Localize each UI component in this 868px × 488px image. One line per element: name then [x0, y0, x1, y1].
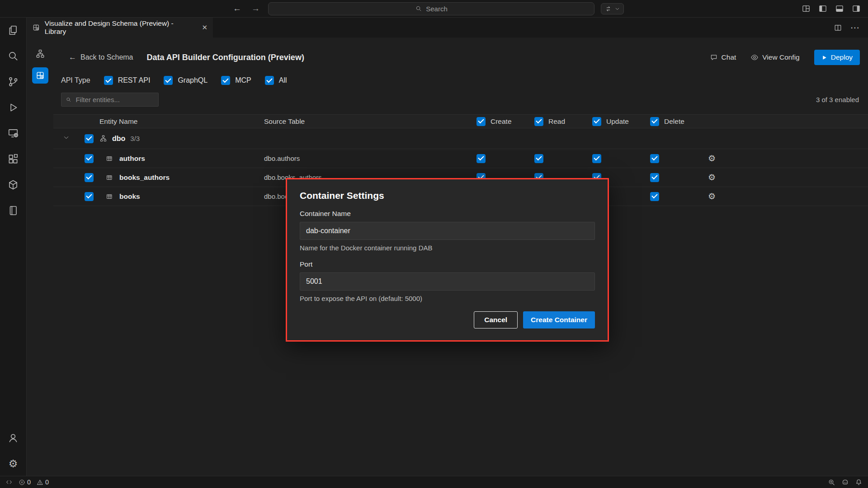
play-icon [821, 55, 827, 61]
page-header: ← Back to Schema Data API Builder Config… [69, 50, 860, 65]
create-header: Create [476, 117, 534, 126]
update-checkbox[interactable] [592, 154, 601, 163]
search-sidebar-icon[interactable] [7, 50, 19, 62]
delete-checkbox[interactable] [650, 173, 659, 182]
create-container-button[interactable]: Create Container [523, 311, 595, 328]
cancel-button[interactable]: Cancel [474, 311, 518, 328]
port-input[interactable] [300, 272, 595, 291]
deploy-button[interactable]: Deploy [814, 50, 860, 65]
api-type-row: API Type REST API GraphQL MCP [61, 76, 868, 85]
errors-status[interactable]: 0 [19, 479, 31, 486]
search-icon [415, 5, 422, 12]
back-arrow-icon: ← [69, 53, 76, 62]
notifications-bell-icon[interactable] [855, 479, 863, 486]
chevron-down-icon[interactable] [63, 134, 70, 143]
row-checkbox[interactable] [85, 173, 94, 182]
forward-arrow-icon[interactable]: → [251, 4, 260, 14]
page-title: Data API Builder Configuration (Preview) [147, 53, 710, 62]
notebook-icon[interactable] [7, 205, 19, 216]
create-all-checkbox[interactable] [476, 117, 486, 126]
filter-entities-input[interactable] [75, 95, 154, 104]
delete-checkbox[interactable] [650, 192, 659, 201]
row-checkbox[interactable] [85, 192, 94, 201]
toggle-panel-bottom-icon[interactable] [835, 4, 844, 13]
customize-layout-icon[interactable] [802, 4, 811, 13]
chat-button[interactable]: Chat [710, 53, 736, 61]
entity-name: authors [119, 155, 264, 163]
entity-name: books [119, 192, 264, 201]
toggle-sidebar-right-icon[interactable] [852, 4, 861, 13]
row-settings-gear-icon[interactable]: ⚙ [708, 154, 868, 163]
mcp-checkbox[interactable] [221, 76, 230, 85]
chevron-down-icon [614, 6, 620, 12]
group-checkbox[interactable] [85, 134, 94, 143]
graphql-checkbox[interactable] [164, 76, 173, 85]
designer-rail [27, 38, 53, 476]
vscode-window: ← → Search [0, 0, 868, 488]
editor-tab-schema-designer[interactable]: Visualize and Design Schema (Preview) - … [27, 18, 213, 38]
row-settings-gear-icon[interactable]: ⚙ [708, 173, 868, 182]
toggle-sidebar-left-icon[interactable] [818, 4, 827, 13]
container-name-label: Container Name [300, 210, 595, 218]
api-type-label: API Type [61, 76, 90, 84]
view-config-button[interactable]: View Config [750, 53, 799, 61]
schema-diagram-view-icon[interactable] [32, 46, 48, 62]
tab-title: Visualize and Design Schema (Preview) - … [45, 19, 196, 36]
settings-gear-icon[interactable]: ⚙ [7, 458, 19, 469]
schema-group-row: dbo 3/3 [53, 128, 868, 149]
dialog-title: Container Settings [300, 190, 595, 201]
run-debug-icon[interactable] [7, 102, 19, 113]
port-label: Port [300, 260, 595, 268]
source-control-icon[interactable] [7, 76, 19, 88]
copilot-status-icon[interactable] [841, 479, 849, 486]
dab-config-view-icon[interactable] [32, 67, 48, 84]
all-option: All [265, 76, 287, 85]
source-table-header: Source Table [264, 117, 476, 126]
explorer-icon[interactable] [7, 24, 19, 36]
activity-bar: ⚙ [0, 18, 27, 476]
warnings-status[interactable]: 0 [37, 479, 49, 486]
editor-actions-more-icon[interactable]: ⋯ [850, 22, 860, 33]
container-name-input[interactable] [300, 222, 595, 240]
read-all-checkbox[interactable] [534, 117, 543, 126]
entity-name: books_authors [119, 174, 264, 182]
read-header: Read [534, 117, 592, 126]
table-icon [106, 193, 113, 200]
extensions-icon[interactable] [7, 153, 19, 165]
database-icon[interactable] [7, 179, 19, 191]
group-count: 3/3 [130, 135, 140, 142]
row-settings-gear-icon[interactable]: ⚙ [708, 192, 868, 201]
table-icon [106, 174, 113, 181]
source-table: dbo.authors [264, 155, 476, 162]
back-arrow-icon[interactable]: ← [233, 4, 241, 14]
entity-name-header: Entity Name [79, 117, 264, 126]
back-to-schema-link[interactable]: ← Back to Schema [69, 53, 133, 62]
zoom-status-icon[interactable] [828, 479, 835, 486]
tab-close-icon[interactable]: ✕ [202, 23, 208, 32]
delete-all-checkbox[interactable] [650, 117, 659, 126]
dab-config-page: ← Back to Schema Data API Builder Config… [53, 38, 868, 476]
remote-indicator-icon[interactable] [5, 479, 13, 486]
group-name: dbo [112, 135, 125, 143]
read-checkbox[interactable] [534, 154, 543, 163]
filter-row: 3 of 3 enabled [61, 93, 859, 107]
search-icon [66, 96, 71, 103]
row-checkbox[interactable] [85, 154, 94, 163]
rest-api-checkbox[interactable] [104, 76, 113, 85]
all-checkbox[interactable] [265, 76, 274, 85]
titlebar: ← → Search [0, 0, 868, 18]
update-all-checkbox[interactable] [592, 117, 601, 126]
remote-explorer-icon[interactable] [7, 127, 19, 139]
update-header: Update [592, 117, 650, 126]
port-help: Port to expose the API on (default: 5000… [300, 295, 595, 302]
session-toggle-button[interactable] [601, 3, 624, 14]
schema-icon [99, 135, 107, 142]
create-checkbox[interactable] [476, 154, 486, 163]
mcp-option: MCP [221, 76, 251, 85]
account-icon[interactable] [7, 432, 19, 444]
table-icon [106, 155, 113, 162]
split-editor-icon[interactable] [834, 23, 842, 32]
command-center-search[interactable]: Search [268, 2, 594, 15]
delete-checkbox[interactable] [650, 154, 659, 163]
eye-icon [750, 53, 759, 61]
